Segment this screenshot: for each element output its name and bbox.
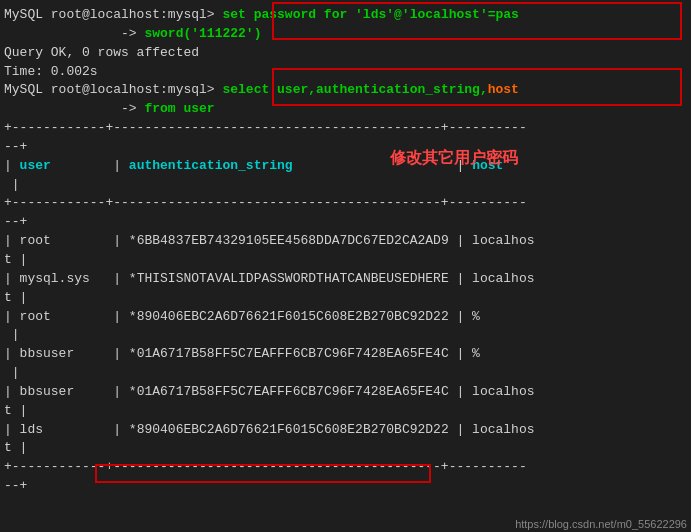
terminal: MySQL root@localhost:mysql> set password… <box>0 0 691 532</box>
annotation-text: 修改其它用户密码 <box>390 148 518 169</box>
lds-hash-box <box>95 464 431 483</box>
command-box-1 <box>272 2 682 40</box>
command-box-2 <box>272 68 682 106</box>
watermark: https://blog.csdn.net/m0_55622296 <box>515 518 687 530</box>
